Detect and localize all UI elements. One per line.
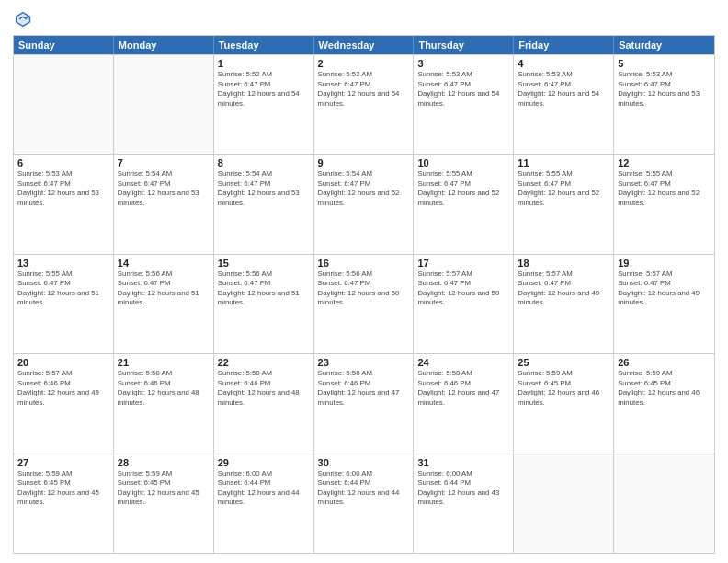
calendar-day-3: 3Sunrise: 5:53 AM Sunset: 6:47 PM Daylig…: [414, 55, 514, 154]
cell-detail: Sunrise: 5:53 AM Sunset: 6:47 PM Dayligh…: [17, 169, 109, 208]
cell-detail: Sunrise: 5:54 AM Sunset: 6:47 PM Dayligh…: [218, 169, 310, 208]
cell-detail: Sunrise: 5:58 AM Sunset: 6:46 PM Dayligh…: [218, 369, 310, 408]
calendar-day-10: 10Sunrise: 5:55 AM Sunset: 6:47 PM Dayli…: [414, 155, 514, 253]
cell-detail: Sunrise: 5:52 AM Sunset: 6:47 PM Dayligh…: [318, 70, 410, 109]
cell-detail: Sunrise: 5:59 AM Sunset: 6:45 PM Dayligh…: [17, 469, 109, 508]
calendar-day-24: 24Sunrise: 5:58 AM Sunset: 6:46 PM Dayli…: [414, 354, 514, 453]
header-day-saturday: Saturday: [614, 36, 714, 54]
cell-detail: Sunrise: 5:53 AM Sunset: 6:47 PM Dayligh…: [417, 70, 509, 109]
cell-detail: Sunrise: 5:56 AM Sunset: 6:47 PM Dayligh…: [118, 270, 210, 308]
header-day-thursday: Thursday: [414, 36, 514, 54]
day-number: 10: [417, 157, 509, 168]
calendar-week-1: 1Sunrise: 5:52 AM Sunset: 6:47 PM Daylig…: [14, 54, 714, 154]
calendar-day-31: 31Sunrise: 6:00 AM Sunset: 6:44 PM Dayli…: [414, 454, 514, 553]
logo-icon: [13, 9, 33, 29]
cell-detail: Sunrise: 5:56 AM Sunset: 6:47 PM Dayligh…: [218, 270, 310, 308]
header: [13, 9, 715, 29]
cell-detail: Sunrise: 5:58 AM Sunset: 6:46 PM Dayligh…: [118, 369, 210, 408]
calendar-day-11: 11Sunrise: 5:55 AM Sunset: 6:47 PM Dayli…: [514, 155, 614, 253]
cell-detail: Sunrise: 6:00 AM Sunset: 6:44 PM Dayligh…: [218, 469, 310, 508]
header-day-monday: Monday: [114, 36, 214, 54]
day-number: 27: [17, 457, 109, 468]
cell-detail: Sunrise: 6:00 AM Sunset: 6:44 PM Dayligh…: [417, 469, 509, 508]
day-number: 23: [318, 357, 410, 368]
calendar-cell-empty: [614, 454, 714, 553]
day-number: 6: [17, 157, 109, 168]
calendar-day-27: 27Sunrise: 5:59 AM Sunset: 6:45 PM Dayli…: [14, 454, 114, 553]
day-number: 13: [17, 258, 109, 269]
cell-detail: Sunrise: 5:59 AM Sunset: 6:45 PM Dayligh…: [618, 369, 711, 408]
header-day-wednesday: Wednesday: [314, 36, 415, 54]
day-number: 14: [118, 258, 210, 269]
calendar-day-15: 15Sunrise: 5:56 AM Sunset: 6:47 PM Dayli…: [214, 255, 314, 353]
calendar-day-19: 19Sunrise: 5:57 AM Sunset: 6:47 PM Dayli…: [614, 255, 714, 353]
calendar-day-21: 21Sunrise: 5:58 AM Sunset: 6:46 PM Dayli…: [114, 354, 214, 453]
calendar-day-17: 17Sunrise: 5:57 AM Sunset: 6:47 PM Dayli…: [414, 255, 514, 353]
calendar-day-9: 9Sunrise: 5:54 AM Sunset: 6:47 PM Daylig…: [314, 155, 415, 253]
day-number: 4: [518, 58, 609, 69]
day-number: 25: [518, 357, 609, 368]
day-number: 26: [618, 357, 711, 368]
header-day-tuesday: Tuesday: [214, 36, 314, 54]
day-number: 18: [518, 258, 609, 269]
cell-detail: Sunrise: 5:53 AM Sunset: 6:47 PM Dayligh…: [618, 70, 711, 109]
day-number: 28: [118, 457, 210, 468]
calendar-day-12: 12Sunrise: 5:55 AM Sunset: 6:47 PM Dayli…: [614, 155, 714, 253]
page: SundayMondayTuesdayWednesdayThursdayFrid…: [0, 0, 728, 563]
day-number: 7: [118, 157, 210, 168]
day-number: 3: [417, 58, 509, 69]
cell-detail: Sunrise: 5:55 AM Sunset: 6:47 PM Dayligh…: [417, 169, 509, 208]
calendar-day-26: 26Sunrise: 5:59 AM Sunset: 6:45 PM Dayli…: [614, 354, 714, 453]
calendar-week-3: 13Sunrise: 5:55 AM Sunset: 6:47 PM Dayli…: [14, 254, 714, 353]
day-number: 5: [618, 58, 711, 69]
calendar-week-2: 6Sunrise: 5:53 AM Sunset: 6:47 PM Daylig…: [14, 154, 714, 253]
cell-detail: Sunrise: 5:55 AM Sunset: 6:47 PM Dayligh…: [518, 169, 609, 208]
calendar-day-14: 14Sunrise: 5:56 AM Sunset: 6:47 PM Dayli…: [114, 255, 214, 353]
calendar-day-2: 2Sunrise: 5:52 AM Sunset: 6:47 PM Daylig…: [314, 55, 415, 154]
cell-detail: Sunrise: 5:55 AM Sunset: 6:47 PM Dayligh…: [618, 169, 711, 208]
day-number: 19: [618, 258, 711, 269]
calendar-day-5: 5Sunrise: 5:53 AM Sunset: 6:47 PM Daylig…: [614, 55, 714, 154]
cell-detail: Sunrise: 5:57 AM Sunset: 6:46 PM Dayligh…: [17, 369, 109, 408]
day-number: 24: [417, 357, 509, 368]
calendar-day-4: 4Sunrise: 5:53 AM Sunset: 6:47 PM Daylig…: [514, 55, 614, 154]
calendar-day-28: 28Sunrise: 5:59 AM Sunset: 6:45 PM Dayli…: [114, 454, 214, 553]
calendar-day-22: 22Sunrise: 5:58 AM Sunset: 6:46 PM Dayli…: [214, 354, 314, 453]
calendar-day-6: 6Sunrise: 5:53 AM Sunset: 6:47 PM Daylig…: [14, 155, 114, 253]
cell-detail: Sunrise: 5:56 AM Sunset: 6:47 PM Dayligh…: [318, 270, 410, 308]
calendar-day-13: 13Sunrise: 5:55 AM Sunset: 6:47 PM Dayli…: [14, 255, 114, 353]
logo: [13, 9, 37, 29]
day-number: 9: [318, 157, 410, 168]
cell-detail: Sunrise: 5:52 AM Sunset: 6:47 PM Dayligh…: [218, 70, 310, 109]
cell-detail: Sunrise: 5:54 AM Sunset: 6:47 PM Dayligh…: [118, 169, 210, 208]
cell-detail: Sunrise: 5:55 AM Sunset: 6:47 PM Dayligh…: [17, 270, 109, 308]
day-number: 20: [17, 357, 109, 368]
day-number: 8: [218, 157, 310, 168]
calendar-cell-empty: [14, 55, 114, 154]
calendar-day-30: 30Sunrise: 6:00 AM Sunset: 6:44 PM Dayli…: [314, 454, 415, 553]
calendar-day-29: 29Sunrise: 6:00 AM Sunset: 6:44 PM Dayli…: [214, 454, 314, 553]
calendar-day-16: 16Sunrise: 5:56 AM Sunset: 6:47 PM Dayli…: [314, 255, 415, 353]
day-number: 16: [318, 258, 410, 269]
calendar-cell-empty: [514, 454, 614, 553]
day-number: 17: [417, 258, 509, 269]
calendar-day-23: 23Sunrise: 5:58 AM Sunset: 6:46 PM Dayli…: [314, 354, 415, 453]
calendar-header: SundayMondayTuesdayWednesdayThursdayFrid…: [14, 36, 714, 54]
calendar-body: 1Sunrise: 5:52 AM Sunset: 6:47 PM Daylig…: [14, 54, 714, 553]
cell-detail: Sunrise: 5:53 AM Sunset: 6:47 PM Dayligh…: [518, 70, 609, 109]
cell-detail: Sunrise: 5:58 AM Sunset: 6:46 PM Dayligh…: [318, 369, 410, 408]
calendar-day-25: 25Sunrise: 5:59 AM Sunset: 6:45 PM Dayli…: [514, 354, 614, 453]
cell-detail: Sunrise: 5:54 AM Sunset: 6:47 PM Dayligh…: [318, 169, 410, 208]
header-day-friday: Friday: [514, 36, 614, 54]
day-number: 29: [218, 457, 310, 468]
calendar-week-5: 27Sunrise: 5:59 AM Sunset: 6:45 PM Dayli…: [14, 454, 714, 553]
calendar-day-18: 18Sunrise: 5:57 AM Sunset: 6:47 PM Dayli…: [514, 255, 614, 353]
calendar-week-4: 20Sunrise: 5:57 AM Sunset: 6:46 PM Dayli…: [14, 353, 714, 453]
day-number: 1: [218, 58, 310, 69]
cell-detail: Sunrise: 5:59 AM Sunset: 6:45 PM Dayligh…: [518, 369, 609, 408]
header-day-sunday: Sunday: [14, 36, 114, 54]
day-number: 30: [318, 457, 410, 468]
day-number: 2: [318, 58, 410, 69]
cell-detail: Sunrise: 5:57 AM Sunset: 6:47 PM Dayligh…: [518, 270, 609, 308]
day-number: 21: [118, 357, 210, 368]
